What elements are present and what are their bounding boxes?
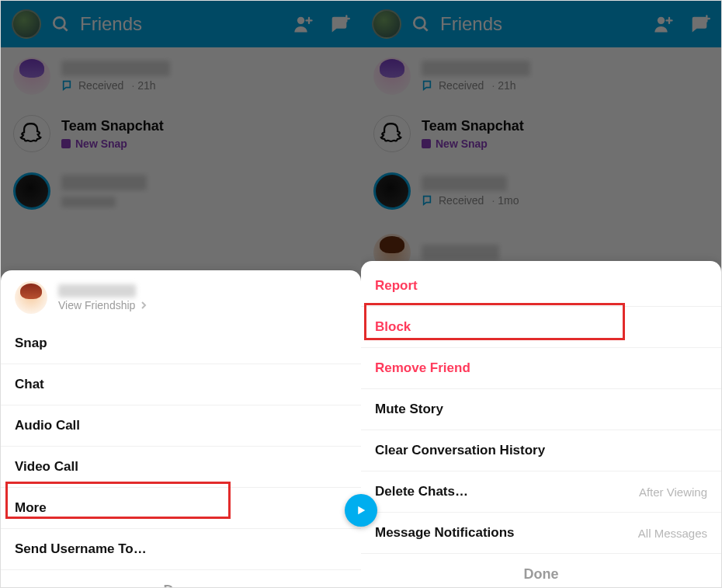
- status-text: New Snap: [436, 137, 488, 150]
- sheet-item-message-notifications[interactable]: Message Notifications All Messages: [361, 512, 721, 553]
- sheet-item-label: Message Notifications: [375, 525, 515, 541]
- friend-row[interactable]: Team Snapchat New Snap: [1, 105, 361, 162]
- status-text: Received: [439, 79, 484, 92]
- friend-name-redacted: [422, 176, 507, 191]
- status-text: Received: [78, 79, 123, 92]
- sheet-item-label: Mute Story: [375, 402, 443, 417]
- sheet-item-label: Audio Call: [15, 418, 80, 433]
- sheet-item-block[interactable]: Block: [361, 306, 721, 347]
- svg-point-0: [54, 17, 64, 28]
- header-bar: Friends: [1, 1, 361, 47]
- search-icon[interactable]: [411, 14, 431, 34]
- sheet-item-report[interactable]: Report: [361, 266, 721, 306]
- view-friendship-link[interactable]: View Friendship: [58, 299, 148, 311]
- sheet-item-snap[interactable]: Snap: [1, 323, 361, 364]
- sheet-item-trail: All Messages: [638, 527, 707, 540]
- friend-name-redacted: [61, 175, 147, 190]
- received-icon: [61, 79, 74, 92]
- header-title: Friends: [440, 13, 644, 35]
- status-text: New Snap: [75, 137, 127, 150]
- svg-line-1: [63, 26, 67, 30]
- svg-line-4: [423, 26, 427, 30]
- friend-row[interactable]: Received 21h: [1, 47, 361, 105]
- sheet-item-label: Video Call: [15, 459, 78, 475]
- new-snap-icon: [422, 139, 431, 148]
- status-text: Received: [439, 194, 484, 207]
- friend-name-redacted: [422, 61, 530, 76]
- sheet-item-label: Block: [375, 319, 411, 335]
- view-friendship-label: View Friendship: [58, 299, 135, 311]
- sheet-item-label: Clear Conversation History: [375, 443, 545, 458]
- friends-list: Received 21h Team Snapchat New Snap: [1, 47, 361, 220]
- sheet-item-more[interactable]: More: [1, 487, 361, 528]
- sheet-item-send-username[interactable]: Send Username To…: [1, 528, 361, 569]
- sheet-item-label: More: [15, 500, 47, 516]
- search-icon[interactable]: [50, 14, 71, 34]
- done-button[interactable]: Done: [1, 569, 361, 587]
- friend-bitmoji: [15, 281, 47, 314]
- sheet-item-label: Chat: [15, 377, 44, 392]
- new-chat-icon[interactable]: [689, 13, 710, 35]
- new-chat-icon[interactable]: [328, 13, 350, 35]
- sheet-item-label: Delete Chats…: [375, 484, 468, 499]
- friend-avatar: [373, 57, 411, 95]
- friend-name-redacted: [58, 284, 136, 297]
- friend-name: Team Snapchat: [61, 118, 164, 134]
- screen-right: Friends Received: [361, 1, 721, 587]
- sheet-item-trail: After Viewing: [639, 485, 707, 499]
- screen-left: Friends Received: [1, 1, 361, 587]
- sheet-item-video-call[interactable]: Video Call: [1, 446, 361, 487]
- new-snap-icon: [61, 139, 71, 148]
- profile-avatar[interactable]: [12, 9, 41, 39]
- friend-name-redacted: [61, 61, 170, 76]
- friend-avatar: [13, 172, 50, 210]
- sheet-item-mute-story[interactable]: Mute Story: [361, 388, 721, 430]
- chevron-right-icon: [140, 301, 148, 309]
- sheet-list: Report Block Remove Friend Mute Story Cl…: [361, 261, 721, 553]
- snapchat-ghost-icon: [13, 115, 50, 152]
- next-step-button[interactable]: [345, 494, 377, 527]
- friend-name: Team Snapchat: [422, 118, 524, 134]
- sheet-list: Snap Chat Audio Call Video Call More Sen…: [1, 323, 361, 569]
- friend-avatar: [13, 57, 50, 95]
- friend-name-redacted: [422, 245, 499, 260]
- sheet-item-label: Snap: [15, 336, 47, 351]
- status-time: 21h: [128, 79, 155, 92]
- sheet-item-label: Report: [375, 278, 418, 294]
- friend-row[interactable]: [1, 162, 361, 220]
- status-time: 1mo: [488, 194, 519, 207]
- header-bar: Friends: [361, 1, 721, 47]
- friend-row[interactable]: Team Snapchat New Snap: [361, 105, 721, 162]
- profile-avatar[interactable]: [372, 9, 401, 39]
- svg-point-2: [297, 17, 304, 24]
- svg-point-5: [658, 17, 665, 24]
- friends-list: Received 21h Team Snapchat New Snap: [361, 47, 721, 277]
- received-icon: [422, 194, 434, 207]
- more-action-sheet: Report Block Remove Friend Mute Story Cl…: [361, 261, 721, 587]
- friend-row[interactable]: Received 1mo: [361, 162, 721, 220]
- sheet-item-delete-chats[interactable]: Delete Chats… After Viewing: [361, 471, 721, 512]
- header-title: Friends: [80, 13, 283, 35]
- sheet-header[interactable]: View Friendship: [1, 270, 361, 323]
- sheet-item-clear-history[interactable]: Clear Conversation History: [361, 430, 721, 471]
- action-sheet: View Friendship Snap Chat Audio Call Vid…: [1, 270, 361, 587]
- sheet-item-remove-friend[interactable]: Remove Friend: [361, 347, 721, 388]
- snapchat-ghost-icon: [373, 115, 411, 152]
- friend-row[interactable]: Received 21h: [361, 47, 721, 105]
- add-friend-icon[interactable]: [653, 13, 675, 35]
- sheet-item-label: Remove Friend: [375, 360, 470, 376]
- status-time: 21h: [488, 79, 515, 92]
- sheet-item-chat[interactable]: Chat: [1, 364, 361, 405]
- svg-point-3: [414, 17, 425, 28]
- received-icon: [422, 79, 434, 92]
- friend-avatar: [373, 172, 411, 210]
- sheet-item-audio-call[interactable]: Audio Call: [1, 405, 361, 446]
- friend-status-redacted: [61, 197, 116, 207]
- add-friend-icon[interactable]: [293, 13, 314, 35]
- sheet-item-label: Send Username To…: [15, 541, 147, 557]
- done-button[interactable]: Done: [361, 553, 721, 587]
